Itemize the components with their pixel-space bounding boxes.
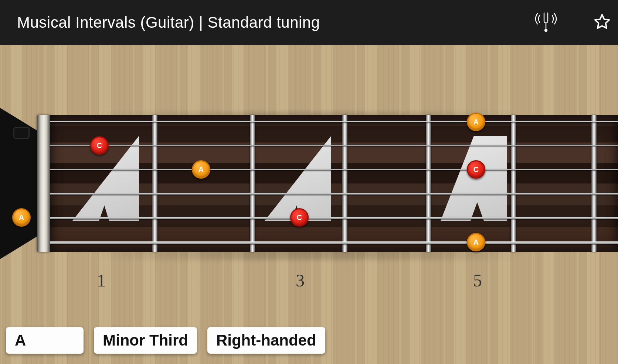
header-bar: Musical Intervals (Guitar) | Standard tu… [0,0,618,45]
interval-value: Minor Third [103,332,188,349]
fret-number-label: 5 [473,270,482,291]
fret-number-label: 3 [296,270,305,291]
handedness-selector[interactable]: Right-handed [207,327,325,354]
root-note-dot[interactable]: A [12,208,31,227]
svg-marker-2 [595,15,609,28]
main-area: ACACACA 135 A Minor Third Right-handed [0,45,618,364]
fret-number-label: 1 [97,270,106,291]
favorite-star-icon[interactable] [594,13,611,32]
tuning-fork-icon[interactable] [533,11,559,34]
page-title: Musical Intervals (Guitar) | Standard tu… [17,14,320,31]
interval-note-dot[interactable]: C [467,160,485,179]
svg-point-1 [545,29,547,31]
root-note-selector[interactable]: A [6,327,84,354]
root-note-value: A [15,332,26,349]
root-note-dot[interactable]: A [192,160,210,179]
guitar-neck: ACACACA [0,115,618,252]
interval-note-dot[interactable]: C [90,136,109,155]
root-note-dot[interactable]: A [467,113,485,131]
interval-selector[interactable]: Minor Third [94,327,197,354]
selector-row: A Minor Third Right-handed [6,327,325,354]
handedness-value: Right-handed [216,332,316,349]
root-note-dot[interactable]: A [467,233,485,251]
fret-labels: 135 [0,270,618,300]
notes-layer: ACACACA [0,115,618,252]
interval-note-dot[interactable]: C [290,208,309,227]
